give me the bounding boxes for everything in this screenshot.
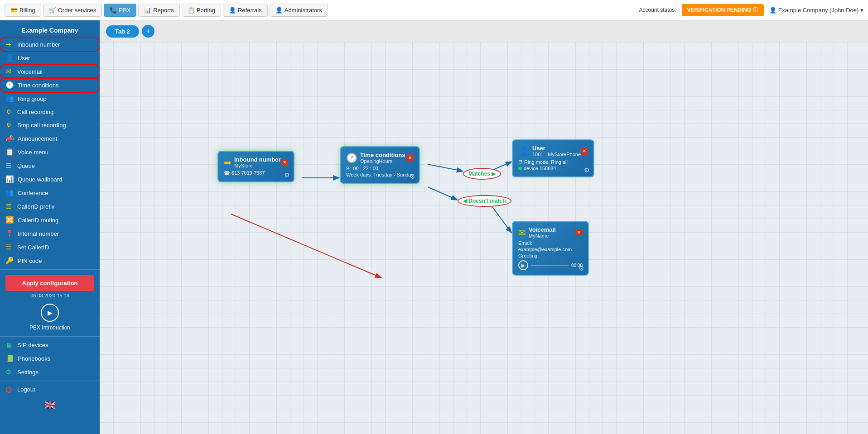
svg-line-1 [428, 164, 462, 171]
logout-icon: ⏻ [5, 386, 14, 393]
sidebar-item-set-callerid[interactable]: ☰ Set CallerID [0, 240, 100, 254]
company-name: Example Company [0, 20, 100, 38]
administrators-nav-btn[interactable]: 👤 Administrators [270, 4, 328, 17]
sidebar-item-label: Stop call recording [17, 122, 66, 129]
sidebar-item-phonebooks[interactable]: 📗 Phonebooks [0, 352, 100, 365]
voicemail-node-close-btn[interactable]: ✕ [575, 229, 583, 236]
ring-group-icon: 👥 [5, 95, 14, 103]
administrators-icon: 👤 [275, 7, 283, 14]
apply-configuration-btn[interactable]: Apply configuration [5, 275, 94, 291]
sidebar-item-queue-wallboard[interactable]: 📊 Queue wallboard [0, 172, 100, 186]
tab2-btn[interactable]: Tab 2 [106, 25, 139, 38]
user-label: Example Company (John Doe) ▾ [778, 7, 863, 14]
sidebar-item-label: Voicemail [17, 68, 43, 75]
order-nav-btn[interactable]: 🛒 Order services [43, 4, 102, 17]
matches-label: Matches ▶ [463, 168, 501, 180]
sidebar-item-sip-devices[interactable]: 🖥 SIP devices [0, 339, 100, 352]
sidebar-item-label: Phonebooks [18, 355, 50, 362]
inbound-node-gear-icon[interactable]: ⚙ [284, 172, 290, 179]
tab-add-btn[interactable]: + [142, 25, 154, 38]
sidebar-divider2 [0, 336, 100, 337]
voicemail-node-title: Voicemail [529, 226, 556, 233]
sidebar-item-label: Call recording [17, 109, 53, 115]
sidebar-item-queue[interactable]: ☰ Queue [0, 159, 100, 172]
user-node[interactable]: 👤 User 1001 - MyStorePhone ✕ ⊟ Ring mode… [512, 139, 594, 177]
pbx-label: PBX [119, 7, 130, 14]
sidebar-item-label: Announcement [18, 135, 57, 142]
voicemail-node-gear-icon[interactable]: ⚙ [579, 265, 584, 272]
billing-nav-btn[interactable]: 💳 Billing [5, 4, 41, 17]
time-node-gear-icon[interactable]: ⚙ [410, 173, 415, 180]
sidebar-item-label: Internal number [18, 230, 59, 237]
reports-label: Reports [153, 7, 174, 14]
sidebar-item-callerid-routing[interactable]: 🔀 CallerID routing [0, 213, 100, 227]
reports-icon: 📊 [144, 7, 151, 14]
user-icon: 👤 [5, 54, 14, 62]
play-btn[interactable]: ▶ [41, 304, 59, 322]
sidebar-item-voicemail[interactable]: ✉ Voicemail [0, 65, 100, 78]
sidebar-item-label: SIP devices [17, 342, 48, 348]
inbound-number-icon: ➡ [5, 40, 14, 48]
sidebar-item-label: User [18, 55, 30, 62]
sidebar-item-callerid-prefix[interactable]: ☰ CallerID prefix [0, 200, 100, 213]
sidebar-item-announcement[interactable]: 📣 Announcement [0, 132, 100, 145]
sidebar-item-inbound-number[interactable]: ➡ Inbound number [0, 38, 100, 51]
billing-label: Billing [19, 7, 35, 14]
user-node-icon: 👤 [518, 146, 530, 157]
flow-arrows [100, 42, 868, 434]
time-node-icon: 🕐 [346, 153, 357, 163]
pbx-icon: 📞 [110, 7, 117, 14]
tab-bar: Tab 2 + [100, 20, 868, 42]
internal-number-icon: 📍 [5, 229, 14, 238]
time-node-days: Week days: Tuesday - Sunday [346, 172, 414, 177]
user-info[interactable]: 👤 Example Company (John Doe) ▾ [769, 7, 863, 14]
porting-nav-btn[interactable]: 📋 Porting [182, 4, 221, 17]
sidebar-item-user[interactable]: 👤 User [0, 51, 100, 65]
pbx-nav-btn[interactable]: 📞 PBX [104, 4, 136, 17]
pin-code-icon: 🔑 [5, 257, 14, 265]
call-recording-icon: 🎙 [5, 108, 14, 116]
sidebar-item-logout[interactable]: ⏻ Logout [0, 383, 100, 396]
time-node-close-btn[interactable]: ✕ [406, 154, 414, 162]
inbound-node-phone: ☎ 613 7019 7587 [224, 170, 288, 176]
time-conditions-icon: 🕐 [5, 81, 14, 89]
sidebar-item-internal-number[interactable]: 📍 Internal number [0, 227, 100, 240]
sidebar-item-voice-menu[interactable]: 📋 Voice menu [0, 145, 100, 159]
sidebar-item-pin-code[interactable]: 🔑 PIN code [0, 254, 100, 267]
sidebar-item-label: CallerID routing [18, 217, 58, 224]
sidebar-item-call-recording[interactable]: 🎙 Call recording [0, 105, 100, 119]
last-update: 06.03.2020 15:18 [0, 293, 100, 298]
doesnt-match-label: ◀ Doesn't match [458, 195, 511, 207]
announcement-icon: 📣 [5, 134, 14, 143]
inbound-node-close-btn[interactable]: ✕ [281, 159, 288, 166]
time-node-title: Time conditions [360, 152, 405, 158]
voice-menu-icon: 📋 [5, 148, 14, 156]
sidebar-item-ring-group[interactable]: 👥 Ring group [0, 92, 100, 105]
sidebar-item-settings[interactable]: ⚙ Settings [0, 365, 100, 379]
administrators-label: Administrators [285, 7, 322, 14]
account-status-label: Account status: [639, 7, 676, 13]
sidebar: Example Company ➡ Inbound number 👤 User … [0, 20, 100, 434]
sidebar-item-time-conditions[interactable]: 🕐 Time conditions [0, 78, 100, 92]
sidebar-item-label: Time conditions [18, 82, 59, 89]
voicemail-node[interactable]: ✉ Voicemail MyName ✕ Email: example@exam… [512, 221, 589, 276]
referrals-nav-btn[interactable]: 👤 Referrals [223, 4, 268, 17]
user-node-device: device 158884 [518, 166, 588, 171]
user-node-gear-icon[interactable]: ⚙ [584, 167, 590, 174]
porting-icon: 📋 [188, 7, 195, 14]
audio-play-btn[interactable]: ▶ [518, 260, 528, 270]
inbound-number-node[interactable]: ➡ Inbound number MyStore ✕ ☎ 613 7019 75… [217, 151, 294, 182]
porting-label: Porting [197, 7, 215, 14]
time-conditions-node[interactable]: 🕐 Time conditions OpeningHours ✕ 9 : 00 … [340, 146, 420, 184]
settings-icon: ⚙ [5, 368, 14, 376]
phonebooks-icon: 📗 [5, 354, 14, 362]
verification-btn[interactable]: VERIFICATION PENDING ⓘ [682, 4, 764, 16]
reports-nav-btn[interactable]: 📊 Reports [138, 4, 180, 17]
sidebar-item-stop-call-recording[interactable]: 🎙 Stop call recording [0, 119, 100, 132]
canvas-area[interactable]: ➡ Inbound number MyStore ✕ ☎ 613 7019 75… [100, 42, 868, 434]
user-node-close-btn[interactable]: ✕ [581, 148, 588, 155]
stop-call-recording-icon: 🎙 [5, 121, 14, 129]
sidebar-item-conference[interactable]: 👥 Conference [0, 186, 100, 200]
voicemail-node-subtitle: MyName [529, 233, 556, 238]
inbound-node-icon: ➡ [224, 157, 231, 168]
